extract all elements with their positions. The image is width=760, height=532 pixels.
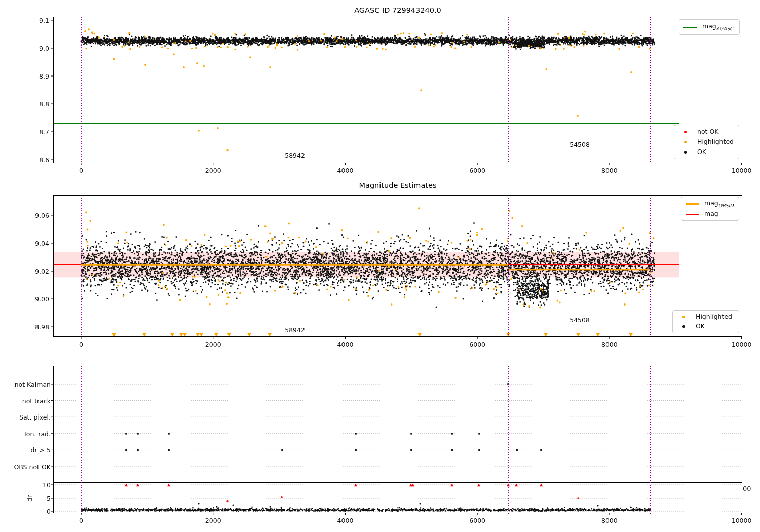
x-tick-label: 8000 [601,340,618,348]
x-tick-label: 6000 [469,340,485,348]
flag-category-label: not track [22,397,51,404]
dr-tick-label: 10 [43,481,51,489]
orange-line-sample-icon [686,203,699,205]
flag-category-label: Ion. rad. [24,430,51,437]
y-tick-label: 9.04 [35,240,49,247]
x-tick-label: 0 [79,340,83,348]
y-tick-label: 9.1 [39,17,49,24]
x-tick-label: 8000 [601,167,618,174]
y-tick-label: 8.8 [39,100,49,108]
x-tick-label: 6000 [469,167,485,174]
legend-mag-agasc: magAGASC [679,19,740,35]
legend-row-mag: mag [686,209,734,219]
black-dot-sample-icon [684,151,687,154]
legend-mag-lines-panel2: magOBSID mag [681,197,739,221]
flag-category-label: Sat. pixel. [19,413,51,421]
x-tick-label: 10000 [732,167,752,174]
legend-label-mag: mag [704,209,718,219]
x-tick-label: 6000 [469,517,485,524]
orange-dot-sample-icon [684,141,687,143]
legend-label-ok: OK [697,147,706,157]
x-tick-label: 4000 [337,167,354,174]
legend-row-not-ok: not OK [678,127,734,137]
legend-label-highlighted2: Highlighted [696,312,732,322]
legend-row-mag-agasc: magAGASC [683,22,734,32]
y-tick-label: 8.7 [39,128,49,136]
y-tick-label: 8.6 [39,156,49,164]
panel2-title: Magnitude Estimates [359,181,436,189]
legend-label-mag-agasc: magAGASC [702,22,733,32]
x-tick-label: 2000 [205,517,221,524]
y-tick-label: 9.00 [35,295,49,303]
figure-canvas [0,0,760,532]
y-tick-label: 9.0 [39,45,49,52]
x-tick-label: 2000 [205,340,221,348]
legend-row-mag-obsid: magOBSID [686,199,734,209]
x-tick-label: 4000 [337,340,354,348]
y-tick-label: 8.9 [39,72,49,80]
x-tick-label: 8000 [601,517,618,524]
legend-label-ok2: OK [696,322,705,331]
x-tick-label: 0 [79,167,83,174]
legend-label-highlighted: Highlighted [697,137,734,147]
dr-tick-label: 0 [47,508,51,515]
flag-category-label: dr > 5 [31,446,51,454]
x-tick-label: 4000 [337,517,354,524]
orange-dot-sample-icon [682,316,685,318]
flag-category-label: OBS not OK [14,463,51,471]
figure: AGASC ID 729943240.0 Magnitude Estimates… [0,0,760,532]
obsid-label: 58942 [285,151,305,159]
legend-markers-panel2: Highlighted OK [672,310,739,333]
clipped-tick-label: 00 [743,485,751,492]
dr-tick-label: 5 [47,495,51,502]
red-line-sample-icon [686,214,699,215]
y-tick-label: 9.06 [35,212,49,219]
legend-label-mag-obsid: magOBSID [704,199,734,209]
green-line-sample-icon [683,27,697,28]
x-tick-label: 2000 [205,167,221,174]
black-dot-sample-icon [682,325,685,328]
red-dot-sample-icon [684,131,687,133]
y-tick-label: 8.98 [35,323,49,331]
legend-row-ok2: OK [677,322,734,331]
legend-row-ok: OK [678,147,734,157]
y-tick-label: 9.02 [35,268,49,275]
legend-row-highlighted: Highlighted [678,137,734,147]
obsid-label: 58942 [285,326,305,333]
panel1-title: AGASC ID 729943240.0 [354,6,441,14]
legend-row-highlighted2: Highlighted [677,312,734,322]
obsid-label: 54508 [569,140,590,148]
x-tick-label: 10000 [732,340,752,348]
x-tick-label: 0 [79,517,83,524]
x-tick-label: 10000 [732,517,752,524]
obsid-label: 54508 [569,316,590,324]
legend-markers-panel1: not OK Highlighted OK [674,125,739,159]
flag-category-label: not Kalman [15,381,51,388]
dr-axis-label: dr [26,495,33,502]
legend-label-not-ok: not OK [697,127,718,137]
